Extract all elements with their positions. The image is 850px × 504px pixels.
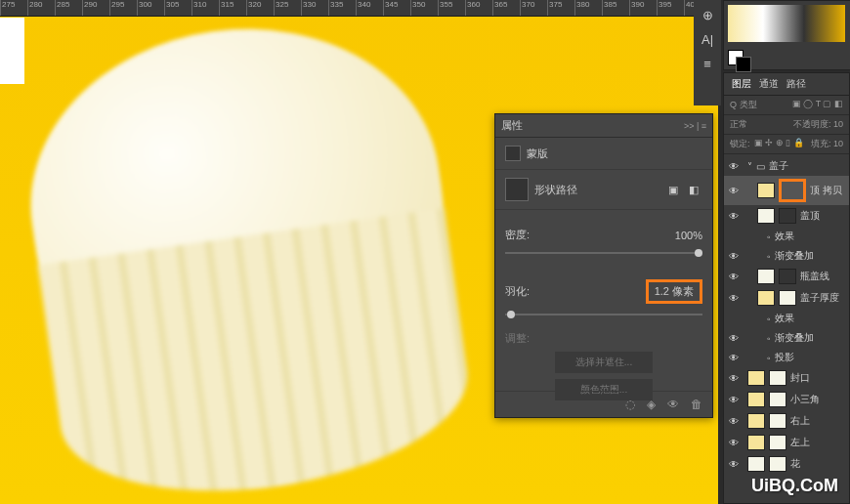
layer-row[interactable]: 👁盖子厚度 <box>724 287 849 309</box>
mask-thumb[interactable] <box>779 179 806 202</box>
visibility-icon[interactable]: 👁 <box>728 438 740 448</box>
mask-thumb[interactable] <box>769 392 786 407</box>
mask-section-label: 蒙版 <box>527 147 548 161</box>
visibility-icon[interactable]: 👁 <box>728 161 740 172</box>
layer-name[interactable]: 封口 <box>790 371 810 385</box>
layer-name[interactable]: 盖子 <box>769 159 788 173</box>
horizontal-ruler[interactable]: 2752802852902953003053103153203253303353… <box>0 0 718 17</box>
layer-row[interactable]: ◦效果 <box>724 309 849 328</box>
fill-label[interactable]: 填充: 10 <box>811 138 843 150</box>
layer-thumb <box>747 370 765 386</box>
layer-row[interactable]: 👁左上 <box>724 432 849 453</box>
apply-mask-icon[interactable]: ◈ <box>647 398 656 411</box>
layer-row[interactable]: 👁◦渐变叠加 <box>724 246 849 266</box>
visibility-icon[interactable]: 👁 <box>728 293 740 304</box>
density-label: 密度: <box>505 228 530 242</box>
load-selection-icon[interactable]: ◌ <box>625 398 635 411</box>
layer-name[interactable]: 右上 <box>790 414 810 428</box>
visibility-icon[interactable]: 👁 <box>728 186 740 196</box>
layer-row[interactable]: 👁盖顶 <box>724 205 849 227</box>
layer-row[interactable]: 👁封口 <box>724 367 849 389</box>
tab-layers[interactable]: 图层 <box>732 77 751 91</box>
layer-name[interactable]: 投影 <box>775 351 794 364</box>
layer-row[interactable]: 👁花 <box>724 453 849 475</box>
layer-name[interactable]: 效果 <box>775 230 794 243</box>
layer-row[interactable]: 👁˅▭盖子 <box>724 156 849 176</box>
mask-mode-icons[interactable]: ▣ ◧ <box>668 184 702 196</box>
layer-name[interactable]: 盖子厚度 <box>800 291 839 305</box>
feather-value[interactable]: 1.2 像素 <box>646 279 702 304</box>
disable-mask-icon[interactable]: 👁 <box>667 398 679 411</box>
layer-row[interactable]: 👁◦渐变叠加 <box>724 328 849 348</box>
visibility-icon[interactable]: 👁 <box>728 459 740 470</box>
lock-icons[interactable]: ▣ ✢ ⊕ ▯ 🔒 <box>754 138 804 150</box>
properties-panel: 属性 >> | ≡ 蒙版 形状路径 ▣ ◧ 密度: 100% 羽化: 1.2 像… <box>494 113 713 418</box>
character-icon[interactable]: A| <box>701 32 713 47</box>
select-mask-button[interactable]: 选择并遮住... <box>555 352 653 373</box>
mask-thumb[interactable] <box>779 290 796 306</box>
visibility-icon[interactable]: 👁 <box>728 211 740 222</box>
opacity-label[interactable]: 不透明度: 10 <box>793 118 843 131</box>
layer-list: 👁˅▭盖子👁顶 拷贝👁盖顶◦效果👁◦渐变叠加👁瓶盖线👁盖子厚度◦效果👁◦渐变叠加… <box>724 154 849 477</box>
feather-label: 羽化: <box>505 284 530 299</box>
density-value[interactable]: 100% <box>675 230 702 241</box>
cap-object[interactable] <box>9 3 479 504</box>
layer-name[interactable]: 左上 <box>790 436 810 449</box>
color-swatch-panel <box>723 0 850 70</box>
layer-name[interactable]: 盖顶 <box>800 209 820 223</box>
shape-thumb <box>505 178 529 201</box>
visibility-icon[interactable]: 👁 <box>728 333 740 344</box>
mask-thumb[interactable] <box>769 435 786 450</box>
tab-paths[interactable]: 路径 <box>786 77 806 91</box>
visibility-icon[interactable]: 👁 <box>728 373 740 384</box>
fx-bullet-icon: ◦ <box>767 314 771 324</box>
layer-thumb <box>757 290 775 306</box>
background-color[interactable] <box>736 57 751 72</box>
layer-name[interactable]: 效果 <box>775 312 794 325</box>
layer-thumb <box>757 269 775 284</box>
layer-name[interactable]: 渐变叠加 <box>775 249 814 263</box>
visibility-icon[interactable]: 👁 <box>728 416 740 427</box>
layer-row[interactable]: 👁顶 拷贝 <box>724 176 849 205</box>
layer-row[interactable]: ◦效果 <box>724 227 849 246</box>
layer-thumb <box>757 208 775 224</box>
swatches-icon[interactable]: ⊕ <box>702 8 713 22</box>
layer-row[interactable]: 👁瓶盖线 <box>724 266 849 287</box>
paragraph-icon[interactable]: ≡ <box>703 57 711 71</box>
visibility-icon[interactable]: 👁 <box>728 353 740 363</box>
fx-bullet-icon: ◦ <box>767 333 771 344</box>
layer-thumb <box>747 435 765 450</box>
layer-name[interactable]: 瓶盖线 <box>800 270 829 283</box>
visibility-icon[interactable]: 👁 <box>728 395 740 405</box>
mask-thumb[interactable] <box>779 269 796 284</box>
panel-collapse-icon[interactable]: >> | ≡ <box>684 121 706 131</box>
layer-row[interactable]: 👁右上 <box>724 410 849 432</box>
visibility-icon[interactable]: 👁 <box>728 272 740 282</box>
filter-icons[interactable]: ▣ ◯ T ▢ ◧ <box>792 99 843 111</box>
layer-filter-type[interactable]: Q 类型 <box>730 99 757 111</box>
layer-name[interactable]: 渐变叠加 <box>775 331 814 345</box>
density-slider[interactable] <box>505 252 702 254</box>
layer-row[interactable]: 👁小三角 <box>724 389 849 410</box>
adjust-label: 调整: <box>505 332 530 344</box>
mask-thumb[interactable] <box>769 413 786 429</box>
folder-icon: ▭ <box>756 161 765 172</box>
layer-name[interactable]: 小三角 <box>790 393 820 406</box>
visibility-icon[interactable]: 👁 <box>728 251 740 262</box>
mask-thumb[interactable] <box>779 208 796 224</box>
layer-row[interactable]: 👁◦投影 <box>724 348 849 367</box>
layer-name[interactable]: 顶 拷贝 <box>810 184 842 197</box>
mask-thumb[interactable] <box>769 456 786 472</box>
shape-path-label: 形状路径 <box>534 183 577 197</box>
tab-channels[interactable]: 通道 <box>759 77 779 91</box>
gradient-preview[interactable] <box>728 5 845 42</box>
blend-mode-select[interactable]: 正常 <box>730 118 747 131</box>
delete-mask-icon[interactable]: 🗑 <box>691 398 702 411</box>
mask-thumb[interactable] <box>769 370 786 386</box>
layer-name[interactable]: 花 <box>790 457 800 471</box>
feather-slider[interactable] <box>505 314 702 315</box>
chevron-down-icon[interactable]: ˅ <box>747 161 752 172</box>
layer-thumb <box>757 183 775 198</box>
fx-bullet-icon: ◦ <box>767 251 771 262</box>
layer-thumb <box>747 413 765 429</box>
